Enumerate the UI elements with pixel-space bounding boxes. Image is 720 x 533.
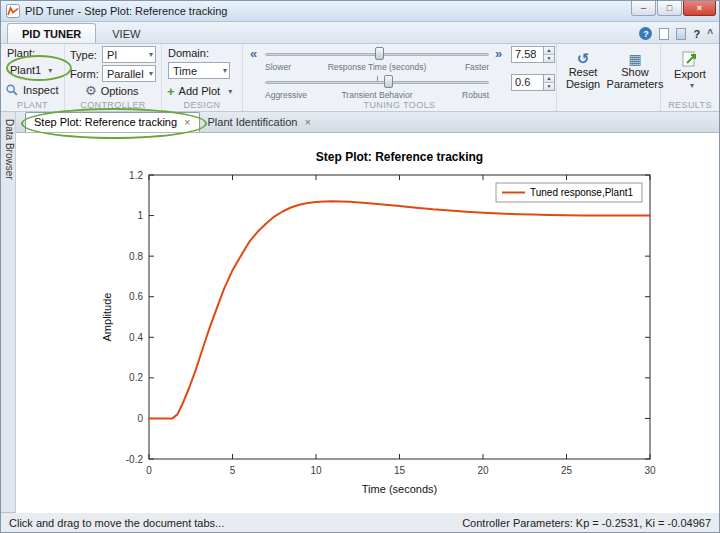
document-area: Step Plot: Reference tracking × Plant Id…	[16, 112, 719, 512]
spin-up-icon[interactable]: ▲	[544, 75, 554, 83]
axes-box	[149, 175, 650, 459]
chevron-down-icon: ▾	[228, 87, 232, 96]
transient-value[interactable]: 0.6	[511, 74, 543, 91]
help-glyph: ?	[643, 29, 649, 39]
close-icon[interactable]: ×	[184, 117, 190, 128]
doc-page-icon[interactable]	[659, 28, 669, 40]
type-label: Type:	[70, 49, 97, 61]
section-plant: Plant: Plant1 ▾ Inspect PLANT	[1, 44, 65, 111]
toolstrip: Plant: Plant1 ▾ Inspect PLANT Type: PI ▾…	[1, 44, 719, 112]
x-tick-label: 30	[644, 465, 656, 476]
minimize-button[interactable]: –	[631, 1, 656, 16]
tab-plant-identification[interactable]: Plant Identification ×	[200, 113, 319, 132]
type-combobox[interactable]: PI ▾	[102, 46, 156, 63]
chevron-down-icon: ▾	[48, 66, 52, 75]
response-time-slider[interactable]	[265, 47, 489, 61]
response-slower-chevron-icon[interactable]: «	[250, 47, 257, 61]
y-tick-label: 0.8	[129, 251, 143, 262]
spin-up-icon[interactable]: ▲	[544, 47, 554, 55]
close-icon[interactable]: ×	[304, 117, 310, 128]
table-icon: ▦	[628, 52, 641, 66]
show-line1: Show	[621, 66, 649, 78]
x-axis-label: Time (seconds)	[362, 483, 437, 495]
titlebar[interactable]: PID Tuner - Step Plot: Reference trackin…	[1, 1, 719, 22]
x-tick-label: 20	[477, 465, 489, 476]
plant-dropdown[interactable]: Plant1 ▾	[10, 64, 52, 76]
section-label-plant: PLANT	[1, 100, 64, 110]
response-spinner: ▲ ▼	[543, 46, 555, 63]
quick-access-icons: ? ? ^	[639, 27, 713, 43]
response-time-value[interactable]: 7.58	[511, 46, 543, 63]
section-label-results: RESULTS	[661, 100, 719, 110]
undo-icon: ↺	[577, 52, 590, 66]
section-results: Export ▾ RESULTS	[661, 44, 719, 111]
close-button[interactable]: ×	[683, 1, 716, 16]
section-tuning-tools: « » 7.58 ▲ ▼ Slower Response Time (secon…	[243, 44, 557, 111]
legend-label: Tuned response,Plant1	[530, 187, 633, 198]
tab-view[interactable]: VIEW	[98, 24, 154, 43]
add-plot-button[interactable]: + Add Plot ▾	[167, 85, 232, 97]
reset-line2: Design	[566, 78, 600, 90]
data-browser-strip[interactable]: Data Browser	[1, 112, 16, 512]
show-line2: Parameters	[607, 78, 664, 90]
chevron-down-icon: ▾	[223, 66, 227, 75]
show-parameters-button[interactable]: ▦ Show Parameters	[609, 52, 661, 90]
inspect-button[interactable]: Inspect	[5, 83, 58, 97]
window-controls: – □ ×	[630, 1, 719, 16]
response-time-field: 7.58 ▲ ▼	[511, 46, 555, 63]
domain-label: Domain:	[168, 47, 209, 59]
chevron-down-icon: ▾	[149, 69, 153, 78]
document-tab-bar: Step Plot: Reference tracking × Plant Id…	[16, 112, 719, 133]
chevron-down-icon: ▾	[149, 50, 153, 59]
x-tick-label: 5	[230, 465, 236, 476]
reset-design-button[interactable]: ↺ Reset Design	[557, 52, 609, 90]
chevron-down-icon: ▾	[690, 80, 694, 92]
status-controller-parameters: Controller Parameters: Kp = -0.2531, Ki …	[462, 517, 711, 529]
tab-step-plot-label: Step Plot: Reference tracking	[34, 116, 177, 128]
gear-icon: ⚙	[85, 85, 97, 97]
doc-search-icon[interactable]	[676, 28, 686, 40]
tab-pid-tuner[interactable]: PID TUNER	[7, 23, 96, 43]
form-value: Parallel	[107, 68, 144, 80]
form-combobox[interactable]: Parallel ▾	[102, 65, 156, 82]
slider-center-tick	[377, 76, 378, 81]
section-design: Domain: Time ▾ + Add Plot ▾ DESIGN	[162, 44, 243, 111]
options-button[interactable]: ⚙ Options	[85, 85, 139, 97]
domain-combobox[interactable]: Time ▾	[168, 62, 230, 79]
help-icon[interactable]: ?	[639, 27, 652, 40]
response-slider-labels: Slower Response Time (seconds) Faster	[265, 62, 489, 72]
form-label: Form:	[70, 68, 99, 80]
transient-slider[interactable]	[265, 75, 489, 89]
response-faster-chevron-icon[interactable]: »	[495, 47, 502, 61]
tab-step-plot[interactable]: Step Plot: Reference tracking ×	[25, 112, 200, 132]
plant-dropdown-value: Plant1	[10, 64, 41, 76]
spin-down-icon[interactable]: ▼	[544, 83, 554, 90]
slider-track	[265, 81, 489, 84]
y-axis-label: Amplitude	[101, 293, 113, 342]
response-slider-handle[interactable]	[375, 47, 384, 60]
export-button[interactable]: Export ▾	[661, 50, 719, 92]
section-actions: ↺ Reset Design ▦ Show Parameters	[557, 44, 661, 111]
section-label-design: DESIGN	[162, 100, 242, 110]
add-plot-label: Add Plot	[179, 85, 221, 97]
x-tick-label: 0	[146, 465, 152, 476]
status-bar: Click and drag to move the document tabs…	[1, 512, 719, 532]
plot-title: Step Plot: Reference tracking	[316, 150, 483, 164]
maximize-button[interactable]: □	[657, 1, 682, 16]
window-title: PID Tuner - Step Plot: Reference trackin…	[25, 5, 227, 17]
section-label-controller: CONTROLLER	[65, 100, 161, 110]
type-value: PI	[107, 49, 117, 61]
x-tick-label: 10	[310, 465, 322, 476]
pid-tuner-window: PID Tuner - Step Plot: Reference trackin…	[0, 0, 720, 533]
spin-down-icon[interactable]: ▼	[544, 55, 554, 62]
tab-plant-identification-label: Plant Identification	[208, 116, 298, 128]
y-tick-label: 0.4	[129, 332, 143, 343]
transient-spinner: ▲ ▼	[543, 74, 555, 91]
collapse-toolstrip-icon[interactable]: ^	[707, 28, 713, 39]
main-area: Data Browser Step Plot: Reference tracki…	[1, 112, 719, 512]
plot-panel: 051015202530-0.200.20.40.60.811.2Step Pl…	[16, 133, 719, 513]
x-tick-label: 25	[561, 465, 573, 476]
question-icon[interactable]: ?	[693, 28, 700, 40]
export-label: Export	[674, 68, 706, 80]
transient-slider-handle[interactable]	[384, 75, 393, 88]
